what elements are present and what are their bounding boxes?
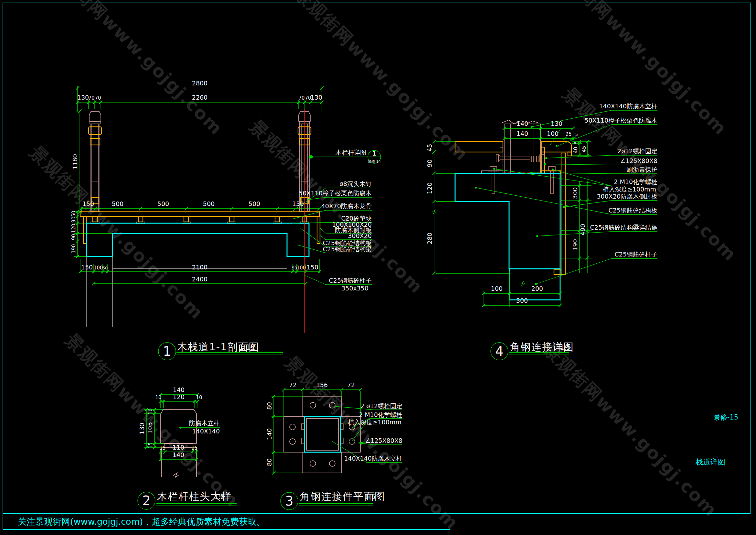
d4-dim: 100 [547,130,558,137]
d1-dim: 150 [292,200,304,207]
d4-dim: 5 [575,132,578,137]
d4-left-plank [455,142,503,152]
d3-label-depth: 植入深度≥100mm [348,419,401,426]
d1-dim: 500 [203,200,215,207]
d1-dim-height: 1180 [71,154,79,169]
d4-dim: 5 [573,141,578,144]
d3-dim: 80 [266,458,273,466]
d1-ref-sheet: 景修-14 [368,159,381,164]
d3-label-bolt12: 2 ø12螺栓固定 [361,402,402,409]
d4-label-column: C25钢筋砼柱子 [615,251,658,258]
d1-label-column-size: 350x350 [341,285,368,292]
d3-dim: 72 [289,381,297,388]
d1-dim: 150 [307,264,318,271]
d1-title-block: 1 木栈道1-1剖面图 1:15 [158,341,283,360]
d2-label-post: 防腐木立柱 [189,419,220,427]
d1-label-joist: 40X70防腐木龙骨 [321,203,372,210]
d1-title-number: 1 [163,344,171,359]
d1-dimension-lines [74,86,322,284]
d4-label-skirt: 300X20防腐木侧封板 [597,193,658,200]
d1-dim: 150 [81,264,93,271]
d3-label-bolt10: 2 M10化学螺栓 [359,411,402,418]
d4-concrete-slab-beam [455,173,560,269]
d1-title-scale: 1:15 [239,344,255,351]
d2-title-scale: 1:5 [214,493,225,501]
d1-dim: 70 [95,95,101,101]
d3-dim: 156 [316,381,328,388]
d2-dim-bottom-total: 140 [173,451,184,458]
d2-dim: 120 [173,393,185,401]
d3-title-scale: 1:5 [364,493,376,501]
d1-dim: 500 [112,200,123,207]
d1-dim: 190 [71,244,77,254]
d1-concrete-slab-beam [87,223,309,257]
sheet-frame: 景修-15 栈道详图 关注景观街网(www.gojgj.com)，超多经典优质素… [3,3,750,529]
d4-title-block: 4 角钢连接详图 1:5 [491,341,574,360]
frame-border [3,3,750,529]
d3-title-number: 3 [285,493,293,508]
d4-label-bolt10: 2 M10化学螺栓 [614,178,658,185]
d2-dim: 105 [147,422,153,434]
d1-deck-board [80,211,319,216]
d2-dim-top-total: 140 [173,386,185,393]
d4-dim: 25 [565,131,571,137]
drawing-2-post-cap-detail: 140 10 120 10 130 10 105 15 15 110 15 14… [138,386,237,509]
d2-dim-left-total: 130 [138,423,146,435]
drawing-4-angle-connection-detail: 140 130 140 100 25 5 5 40 45 45 90 120 2… [426,102,658,360]
d1-label-skirt: 300X20 [348,232,372,239]
d1-dim: 130 [77,94,89,101]
d1-dim: 70 [305,95,311,101]
d4-dim: 200 [531,285,543,292]
d4-dim: 280 [426,233,433,244]
d1-dim: 100 [297,265,306,271]
d3-bolt-heads [302,424,343,444]
d3-label-angle: ∠125X80X8 [365,437,402,444]
d4-leader-dots [475,126,565,285]
d1-dim: 120 [71,224,77,233]
d1-label-column: C25钢筋砼柱子 [329,277,372,284]
d4-title-number: 4 [495,344,503,359]
d1-dim: 150 [82,200,94,207]
d2-dim: 10 [155,395,161,401]
d4-dim: 100 [491,285,502,292]
d4-dim: 90 [426,159,433,167]
d4-plank-lip [568,152,571,156]
d1-dim: 500 [249,200,260,207]
d4-label-angle: ∠125X80X8 [620,157,658,164]
d4-dim: 120 [426,183,433,194]
d2-leader-dot-icon [179,427,181,429]
d1-dim: 500 [157,200,169,207]
d1-dim: 50 [102,266,108,270]
d1-dim: 2100 [192,264,207,271]
d4-dim: 490 [579,224,586,236]
d4-dim: 190 [571,239,579,251]
d4-concrete-column [510,269,560,300]
d4-dim: 45 [426,144,433,152]
d4-label-post: 140X140防腐木立柱 [599,102,658,110]
d4-dim-bottom-total: 300 [516,297,528,304]
sheet-number: 景修-15 [714,413,738,421]
d2-label-post-size: 140X140 [192,428,220,435]
d1-dim: 2260 [192,94,207,101]
d1-dim: 50 [71,211,77,217]
d1-label-plank: 50X110樟子松栗色防腐木 [299,189,372,197]
d4-timber-post [501,120,540,173]
d2-dim: 10 [148,408,153,414]
d2-title-block: 2 木栏杆柱头大样 1:5 [138,491,237,509]
d1-label-nail: ø8沉头木钉 [339,180,372,187]
d1-joists [93,216,307,222]
drawing-1-boardwalk-section: 2800 130 70 70 2260 70 70 130 1180 150 5… [71,80,381,360]
d2-dim: 15 [148,442,153,448]
d4-label-asphalt: 刷沥青保护 [627,166,658,173]
d4-title-scale: 1:5 [560,344,571,351]
d2-title-number: 2 [142,493,150,508]
d4-break-marks [432,210,589,286]
d3-dim: 140 [266,428,273,440]
d2-dim: 15 [159,445,166,451]
d4-label-bolt12: 2ø12螺栓固定 [617,148,658,155]
d2-dim: 110 [173,444,184,451]
sheet-name: 栈道详图 [695,458,725,466]
d3-leader-arrow-icon [358,441,363,445]
d4-label-depth: 植入深度≥100mm [603,186,656,193]
d3-timber-post-section [305,417,340,452]
